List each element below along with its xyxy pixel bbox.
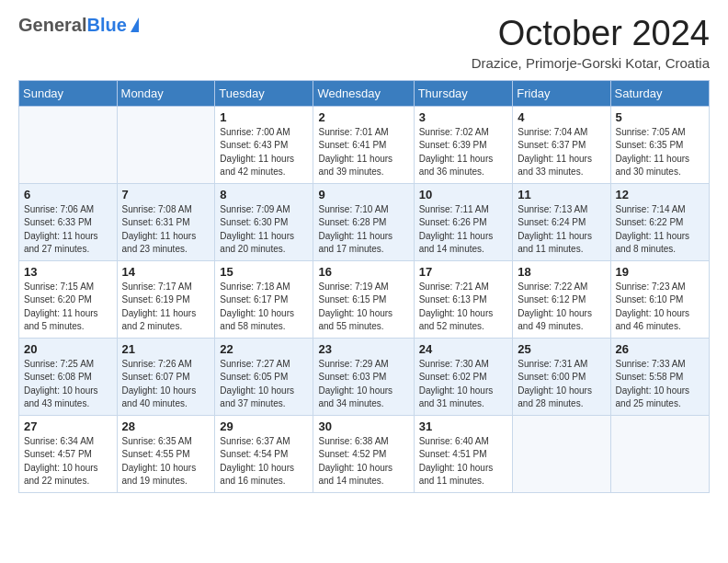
- day-number: 5: [616, 110, 704, 124]
- day-number: 20: [24, 342, 112, 356]
- calendar-week-row: 6Sunrise: 7:06 AM Sunset: 6:33 PM Daylig…: [19, 183, 710, 260]
- calendar-cell: 12Sunrise: 7:14 AM Sunset: 6:22 PM Dayli…: [610, 183, 709, 260]
- calendar-week-row: 27Sunrise: 6:34 AM Sunset: 4:57 PM Dayli…: [19, 415, 710, 492]
- col-friday: Friday: [513, 80, 610, 106]
- day-number: 21: [122, 342, 210, 356]
- day-number: 12: [616, 188, 704, 201]
- calendar-cell: 25Sunrise: 7:31 AM Sunset: 6:00 PM Dayli…: [513, 338, 610, 415]
- logo-general-text: General: [18, 15, 86, 36]
- calendar-cell: 16Sunrise: 7:19 AM Sunset: 6:15 PM Dayli…: [313, 260, 414, 338]
- day-info: Sunrise: 7:13 AM Sunset: 6:24 PM Dayligh…: [518, 203, 605, 257]
- calendar-cell: [610, 415, 709, 492]
- col-tuesday: Tuesday: [215, 80, 313, 106]
- logo: General Blue: [18, 15, 139, 36]
- header: General Blue October 2024 Drazice, Primo…: [18, 15, 710, 71]
- day-number: 7: [122, 188, 210, 201]
- calendar-cell: 1Sunrise: 7:00 AM Sunset: 6:43 PM Daylig…: [215, 106, 313, 183]
- day-info: Sunrise: 7:17 AM Sunset: 6:19 PM Dayligh…: [122, 281, 210, 334]
- title-block: October 2024 Drazice, Primorje-Gorski Ko…: [472, 15, 710, 71]
- calendar-cell: 11Sunrise: 7:13 AM Sunset: 6:24 PM Dayli…: [513, 183, 610, 260]
- day-info: Sunrise: 7:18 AM Sunset: 6:17 PM Dayligh…: [220, 281, 308, 334]
- day-info: Sunrise: 7:29 AM Sunset: 6:03 PM Dayligh…: [318, 358, 408, 411]
- calendar-table: Sunday Monday Tuesday Wednesday Thursday…: [18, 80, 710, 493]
- calendar-cell: 30Sunrise: 6:38 AM Sunset: 4:52 PM Dayli…: [313, 415, 414, 492]
- day-info: Sunrise: 7:21 AM Sunset: 6:13 PM Dayligh…: [419, 281, 508, 334]
- calendar-cell: 14Sunrise: 7:17 AM Sunset: 6:19 PM Dayli…: [117, 260, 215, 338]
- calendar-cell: 4Sunrise: 7:04 AM Sunset: 6:37 PM Daylig…: [513, 106, 610, 183]
- day-info: Sunrise: 7:15 AM Sunset: 6:20 PM Dayligh…: [24, 281, 112, 334]
- day-number: 2: [318, 110, 408, 124]
- day-info: Sunrise: 7:09 AM Sunset: 6:30 PM Dayligh…: [220, 203, 308, 257]
- day-info: Sunrise: 7:31 AM Sunset: 6:00 PM Dayligh…: [518, 358, 605, 411]
- calendar-cell: 27Sunrise: 6:34 AM Sunset: 4:57 PM Dayli…: [19, 415, 118, 492]
- day-number: 31: [419, 419, 508, 433]
- day-info: Sunrise: 7:10 AM Sunset: 6:28 PM Dayligh…: [318, 203, 408, 257]
- calendar-week-row: 13Sunrise: 7:15 AM Sunset: 6:20 PM Dayli…: [19, 260, 710, 338]
- col-saturday: Saturday: [610, 80, 709, 106]
- day-number: 23: [318, 342, 408, 356]
- calendar-cell: 21Sunrise: 7:26 AM Sunset: 6:07 PM Dayli…: [117, 338, 215, 415]
- col-wednesday: Wednesday: [313, 80, 414, 106]
- calendar-cell: 3Sunrise: 7:02 AM Sunset: 6:39 PM Daylig…: [414, 106, 513, 183]
- day-info: Sunrise: 7:00 AM Sunset: 6:43 PM Dayligh…: [220, 126, 308, 179]
- day-info: Sunrise: 7:04 AM Sunset: 6:37 PM Dayligh…: [518, 126, 605, 179]
- day-info: Sunrise: 6:35 AM Sunset: 4:55 PM Dayligh…: [122, 435, 210, 488]
- day-info: Sunrise: 7:25 AM Sunset: 6:08 PM Dayligh…: [24, 358, 112, 411]
- day-info: Sunrise: 7:26 AM Sunset: 6:07 PM Dayligh…: [122, 358, 210, 411]
- calendar-cell: 5Sunrise: 7:05 AM Sunset: 6:35 PM Daylig…: [610, 106, 709, 183]
- calendar-cell: 9Sunrise: 7:10 AM Sunset: 6:28 PM Daylig…: [313, 183, 414, 260]
- day-info: Sunrise: 6:40 AM Sunset: 4:51 PM Dayligh…: [419, 435, 508, 488]
- col-thursday: Thursday: [414, 80, 513, 106]
- calendar-cell: 7Sunrise: 7:08 AM Sunset: 6:31 PM Daylig…: [117, 183, 215, 260]
- day-info: Sunrise: 7:11 AM Sunset: 6:26 PM Dayligh…: [419, 203, 508, 257]
- day-info: Sunrise: 7:06 AM Sunset: 6:33 PM Dayligh…: [24, 203, 112, 257]
- calendar-cell: [513, 415, 610, 492]
- day-number: 26: [616, 342, 704, 356]
- month-title: October 2024: [472, 15, 710, 53]
- day-number: 25: [518, 342, 605, 356]
- day-info: Sunrise: 7:01 AM Sunset: 6:41 PM Dayligh…: [318, 126, 408, 179]
- calendar-cell: 8Sunrise: 7:09 AM Sunset: 6:30 PM Daylig…: [215, 183, 313, 260]
- day-number: 18: [518, 265, 605, 279]
- location-title: Drazice, Primorje-Gorski Kotar, Croatia: [472, 55, 710, 71]
- day-number: 16: [318, 265, 408, 279]
- day-number: 10: [419, 188, 508, 201]
- day-info: Sunrise: 7:19 AM Sunset: 6:15 PM Dayligh…: [318, 281, 408, 334]
- logo-blue-text: Blue: [86, 15, 126, 36]
- calendar-cell: 18Sunrise: 7:22 AM Sunset: 6:12 PM Dayli…: [513, 260, 610, 338]
- day-info: Sunrise: 6:37 AM Sunset: 4:54 PM Dayligh…: [220, 435, 308, 488]
- calendar-cell: [19, 106, 118, 183]
- day-number: 24: [419, 342, 508, 356]
- col-sunday: Sunday: [19, 80, 118, 106]
- day-number: 11: [518, 188, 605, 201]
- day-number: 13: [24, 265, 112, 279]
- logo-icon: [131, 17, 139, 32]
- day-number: 8: [220, 188, 308, 201]
- calendar-cell: 19Sunrise: 7:23 AM Sunset: 6:10 PM Dayli…: [610, 260, 709, 338]
- day-number: 6: [24, 188, 112, 201]
- calendar-cell: 20Sunrise: 7:25 AM Sunset: 6:08 PM Dayli…: [19, 338, 118, 415]
- day-info: Sunrise: 6:34 AM Sunset: 4:57 PM Dayligh…: [24, 435, 112, 488]
- calendar-cell: 6Sunrise: 7:06 AM Sunset: 6:33 PM Daylig…: [19, 183, 118, 260]
- col-monday: Monday: [117, 80, 215, 106]
- calendar-cell: 2Sunrise: 7:01 AM Sunset: 6:41 PM Daylig…: [313, 106, 414, 183]
- calendar-cell: 13Sunrise: 7:15 AM Sunset: 6:20 PM Dayli…: [19, 260, 118, 338]
- calendar-cell: [117, 106, 215, 183]
- calendar-cell: 10Sunrise: 7:11 AM Sunset: 6:26 PM Dayli…: [414, 183, 513, 260]
- day-info: Sunrise: 7:30 AM Sunset: 6:02 PM Dayligh…: [419, 358, 508, 411]
- day-info: Sunrise: 7:22 AM Sunset: 6:12 PM Dayligh…: [518, 281, 605, 334]
- calendar-cell: 17Sunrise: 7:21 AM Sunset: 6:13 PM Dayli…: [414, 260, 513, 338]
- calendar-week-row: 1Sunrise: 7:00 AM Sunset: 6:43 PM Daylig…: [19, 106, 710, 183]
- calendar-cell: 28Sunrise: 6:35 AM Sunset: 4:55 PM Dayli…: [117, 415, 215, 492]
- day-number: 29: [220, 419, 308, 433]
- day-number: 14: [122, 265, 210, 279]
- day-info: Sunrise: 7:14 AM Sunset: 6:22 PM Dayligh…: [616, 203, 704, 257]
- day-info: Sunrise: 7:02 AM Sunset: 6:39 PM Dayligh…: [419, 126, 508, 179]
- day-number: 17: [419, 265, 508, 279]
- calendar-cell: 15Sunrise: 7:18 AM Sunset: 6:17 PM Dayli…: [215, 260, 313, 338]
- day-number: 30: [318, 419, 408, 433]
- day-number: 3: [419, 110, 508, 124]
- day-number: 1: [220, 110, 308, 124]
- calendar-header-row: Sunday Monday Tuesday Wednesday Thursday…: [19, 80, 710, 106]
- day-number: 4: [518, 110, 605, 124]
